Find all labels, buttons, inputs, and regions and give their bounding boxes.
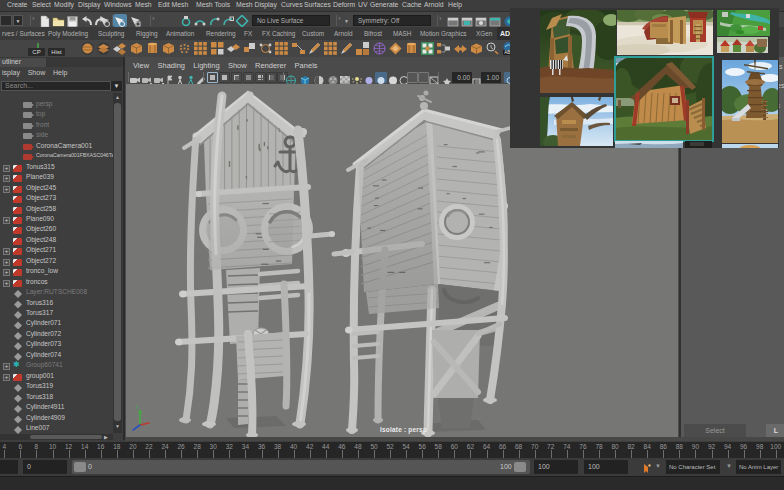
svg-text:y: y <box>136 403 139 409</box>
